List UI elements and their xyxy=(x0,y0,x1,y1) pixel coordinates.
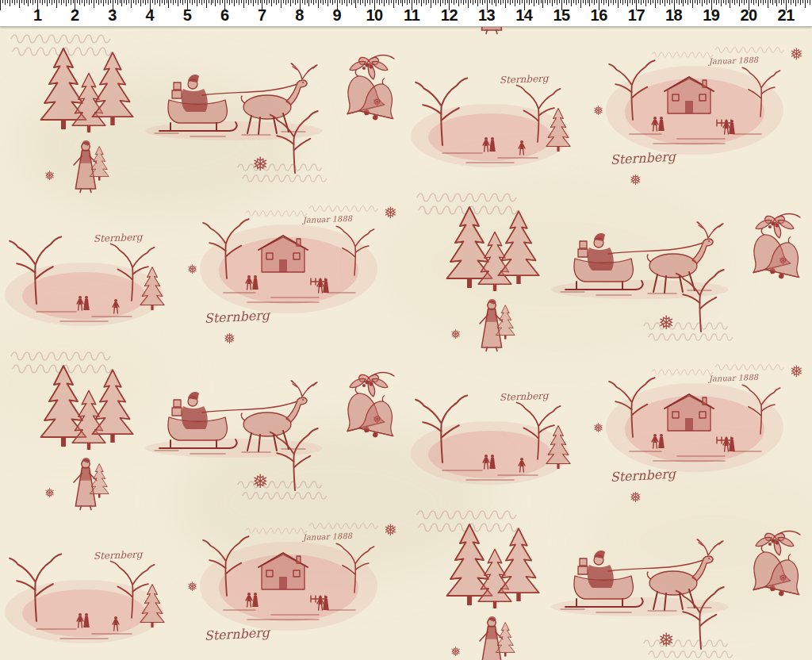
ruler-tick xyxy=(685,0,686,3)
ruler-tick xyxy=(679,0,680,5)
ruler-tick xyxy=(744,0,745,5)
ruler-number-18: 18 xyxy=(665,6,682,25)
ruler-tick xyxy=(788,0,789,3)
ruler-tick xyxy=(335,0,335,3)
ruler-tick xyxy=(91,0,92,3)
ruler-tick xyxy=(730,0,730,8)
ruler-tick xyxy=(86,0,87,3)
ruler-tick xyxy=(445,0,446,5)
ruler-tick xyxy=(613,0,614,5)
ruler-number-15: 15 xyxy=(553,6,569,25)
ruler-tick xyxy=(96,0,97,3)
ruler-tick xyxy=(660,0,661,5)
ruler-tick xyxy=(697,0,698,5)
ruler-tick xyxy=(772,0,773,5)
ruler-tick xyxy=(522,0,523,3)
ruler-tick xyxy=(211,0,212,5)
ruler-tick xyxy=(182,0,183,5)
ruler-tick xyxy=(330,0,331,3)
ruler-tick xyxy=(52,0,52,5)
ruler-tick xyxy=(162,0,163,3)
ruler-tick xyxy=(120,0,121,3)
ruler-tick xyxy=(170,0,171,3)
toile-pattern: ❅ ❅ ❅ ❅ ❅ ❅ xyxy=(0,26,812,660)
ruler-tick xyxy=(515,0,515,6)
ruler-tick xyxy=(756,0,756,3)
ruler-tick xyxy=(73,0,74,3)
ruler-tick xyxy=(559,0,560,3)
ruler-tick xyxy=(358,0,358,3)
ruler-tick xyxy=(281,0,282,8)
ruler-tick xyxy=(807,0,808,3)
ruler-tick xyxy=(554,0,555,3)
ruler-tick xyxy=(716,0,717,5)
ruler-tick xyxy=(136,0,136,5)
ruler-tick xyxy=(71,0,71,5)
ruler-number-6: 6 xyxy=(220,6,229,25)
ruler-tick xyxy=(115,0,116,3)
ruler-tick xyxy=(157,0,158,3)
ruler-tick xyxy=(426,0,427,5)
ruler-tick xyxy=(527,0,527,3)
ruler-tick xyxy=(648,0,649,3)
ruler-tick xyxy=(419,0,419,3)
ruler-tick xyxy=(726,0,726,5)
ruler-tick xyxy=(367,0,368,3)
ruler-number-11: 11 xyxy=(404,6,419,25)
ruler-tick xyxy=(297,0,298,3)
ruler-tick xyxy=(355,0,356,8)
ruler-tick xyxy=(620,0,621,3)
ruler-tick xyxy=(185,0,186,3)
ruler-tick xyxy=(468,0,469,8)
ruler-tick xyxy=(763,0,764,5)
ruler-tick xyxy=(634,0,635,3)
ruler-tick xyxy=(35,0,36,3)
ruler-tick xyxy=(776,0,777,6)
ruler-tick xyxy=(734,0,735,5)
ruler-tick xyxy=(442,0,443,3)
ruler-tick xyxy=(318,0,319,8)
ruler-tick xyxy=(517,0,518,3)
ruler-tick xyxy=(695,0,695,3)
ruler-tick xyxy=(438,0,439,3)
ruler-tick xyxy=(583,0,584,3)
ruler-tick xyxy=(278,0,279,3)
ruler-tick xyxy=(236,0,237,3)
ruler-tick xyxy=(56,0,57,8)
ruler-tick xyxy=(61,0,62,5)
ruler-tick xyxy=(190,0,190,3)
ruler-tick xyxy=(618,0,619,8)
ruler-tick xyxy=(465,0,466,3)
ruler-tick xyxy=(77,0,78,3)
ruler-tick xyxy=(508,0,508,3)
ruler-tick xyxy=(220,0,220,5)
ruler-number-2: 2 xyxy=(71,6,79,25)
ruler-tick xyxy=(709,0,710,3)
ruler-tick xyxy=(655,0,656,8)
ruler-tick xyxy=(451,0,452,3)
ruler-tick xyxy=(204,0,205,3)
ruler-tick xyxy=(423,0,424,3)
ruler-tick xyxy=(264,0,265,3)
ruler-tick xyxy=(215,0,216,6)
ruler-tick xyxy=(255,0,256,3)
ruler-tick xyxy=(461,0,462,3)
ruler-tick xyxy=(311,0,312,3)
ruler-number-13: 13 xyxy=(478,6,495,25)
ruler-tick xyxy=(760,0,761,3)
ruler-tick xyxy=(180,0,181,3)
ruler-tick xyxy=(601,0,602,3)
ruler-tick xyxy=(416,0,417,5)
ruler-tick xyxy=(168,0,169,8)
ruler-tick xyxy=(347,0,347,6)
ruler-tick xyxy=(167,0,167,3)
ruler-number-4: 4 xyxy=(145,6,154,25)
ruler-tick xyxy=(213,0,213,3)
ruler-tick xyxy=(234,0,235,6)
ruler-tick xyxy=(30,0,31,3)
ruler-tick xyxy=(54,0,55,3)
ruler-tick xyxy=(542,0,543,8)
ruler-tick xyxy=(332,0,333,5)
ruler-tick xyxy=(622,0,623,5)
ruler-number-3: 3 xyxy=(108,6,117,25)
